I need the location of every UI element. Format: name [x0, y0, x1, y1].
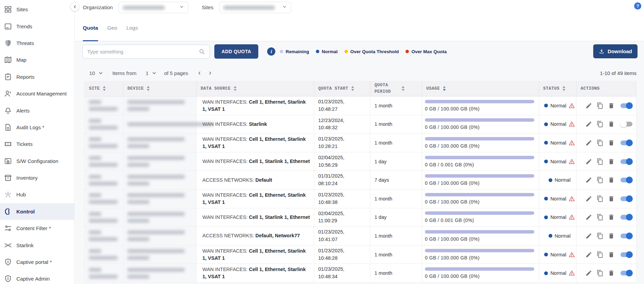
sort-arrows-icon[interactable] — [402, 86, 404, 91]
warning-triangle-icon[interactable] — [569, 270, 575, 276]
warning-triangle-icon[interactable] — [569, 252, 575, 258]
delete-button[interactable] — [608, 270, 615, 276]
warning-triangle-icon[interactable] — [569, 140, 575, 146]
edit-button[interactable] — [585, 233, 592, 239]
sidebar-item-inventory[interactable]: Inventory — [0, 169, 74, 186]
sidebar-item-content-filter[interactable]: Content Filter * — [0, 220, 74, 237]
duplicate-button[interactable] — [597, 121, 603, 128]
edit-button[interactable] — [585, 251, 592, 258]
column-header-usage[interactable]: USAGE — [422, 81, 539, 96]
duplicate-button[interactable] — [597, 139, 603, 146]
column-header-quota-start[interactable]: QUOTA START — [314, 81, 370, 96]
tab-geo[interactable]: Geo — [107, 15, 117, 41]
sort-arrows-icon[interactable] — [563, 86, 565, 91]
delete-button[interactable] — [608, 121, 615, 128]
column-header-status[interactable]: STATUS — [539, 81, 577, 96]
data-source-cell: WAN INTERFACES: Cell 1, Ethernet, Starli… — [197, 134, 314, 152]
edit-button[interactable] — [585, 214, 592, 221]
duplicate-button[interactable] — [597, 251, 603, 258]
column-header-site[interactable]: SITE — [85, 81, 123, 96]
sidebar-item-tickets[interactable]: Tickets — [0, 136, 74, 152]
enable-toggle[interactable] — [620, 271, 632, 275]
sidebar-item-label: Trends — [16, 24, 32, 29]
duplicate-button[interactable] — [597, 158, 603, 165]
column-header-device[interactable]: DEVICE — [123, 81, 197, 96]
warning-triangle-icon[interactable] — [569, 196, 575, 202]
delete-button[interactable] — [608, 139, 615, 146]
sidebar-item-audit-logs[interactable]: Audit Logs * — [0, 119, 74, 136]
enable-toggle[interactable] — [620, 159, 632, 164]
sidebar-collapse-button[interactable] — [70, 2, 79, 11]
sidebar-item-captive-portal[interactable]: Captive portal * — [0, 254, 74, 270]
delete-button[interactable] — [608, 158, 615, 165]
edit-button[interactable] — [585, 177, 592, 183]
duplicate-button[interactable] — [597, 102, 603, 109]
enable-toggle[interactable] — [620, 103, 632, 108]
site-cell — [85, 171, 123, 189]
duplicate-button[interactable] — [597, 214, 603, 221]
column-header-data-source[interactable]: DATA SOURCE — [197, 81, 314, 96]
column-header-quota-period[interactable]: QUOTA PERIOD — [370, 81, 422, 96]
edit-button[interactable] — [585, 102, 592, 109]
enable-toggle[interactable] — [620, 215, 632, 220]
edit-button[interactable] — [585, 195, 592, 202]
help-button[interactable]: ? — [634, 2, 641, 10]
duplicate-button[interactable] — [597, 270, 603, 276]
enable-toggle[interactable] — [620, 234, 632, 238]
delete-button[interactable] — [608, 233, 615, 239]
organization-select[interactable] — [119, 2, 188, 13]
sort-arrows-icon[interactable] — [351, 86, 354, 91]
duplicate-button[interactable] — [597, 177, 603, 183]
enable-toggle[interactable] — [620, 122, 632, 126]
download-button[interactable]: Download — [593, 44, 638, 58]
delete-button[interactable] — [608, 214, 615, 221]
sidebar-item-alerts[interactable]: Alerts — [0, 102, 74, 119]
delete-button[interactable] — [608, 251, 615, 258]
sites-select[interactable] — [219, 2, 291, 13]
sort-arrows-icon[interactable] — [147, 86, 150, 91]
enable-toggle[interactable] — [620, 178, 632, 182]
info-icon[interactable]: i — [267, 47, 275, 56]
edit-button[interactable] — [585, 121, 592, 128]
previous-page-button[interactable] — [197, 71, 202, 76]
add-quota-button[interactable]: ADD QUOTA — [214, 44, 258, 59]
sort-arrows-icon[interactable] — [443, 86, 446, 91]
sidebar-item-reports[interactable]: Reports — [0, 69, 74, 85]
sidebar-item-s-w-configuration[interactable]: S/W Configuration — [0, 153, 74, 169]
duplicate-button[interactable] — [597, 195, 603, 202]
duplicate-button[interactable] — [597, 233, 603, 239]
page-number-chevron-icon[interactable] — [152, 71, 157, 76]
sidebar-item-captive-admin[interactable]: Captive Admin — [0, 270, 74, 284]
page-size-chevron-icon[interactable] — [98, 71, 103, 76]
enable-toggle[interactable] — [620, 252, 632, 257]
edit-button[interactable] — [585, 270, 592, 276]
edit-button[interactable] — [585, 158, 592, 165]
sidebar-item-trends[interactable]: Trends — [0, 18, 74, 34]
next-page-button[interactable] — [208, 71, 213, 76]
warning-triangle-icon[interactable] — [569, 214, 575, 220]
page-number-value[interactable]: 1 — [146, 70, 149, 76]
sidebar-item-kontrol[interactable]: Kontrol — [0, 203, 74, 220]
warning-triangle-icon[interactable] — [569, 103, 575, 109]
delete-button[interactable] — [608, 195, 615, 202]
enable-toggle[interactable] — [620, 140, 632, 145]
warning-triangle-icon[interactable] — [569, 159, 575, 165]
delete-button[interactable] — [608, 102, 615, 109]
status-dot-icon — [544, 160, 548, 163]
sort-arrows-icon[interactable] — [234, 86, 236, 91]
sidebar-item-starlink[interactable]: Starlink — [0, 237, 74, 253]
tab-logs[interactable]: Logs — [126, 15, 138, 41]
sidebar-item-account-management[interactable]: Account Management — [0, 85, 74, 102]
sidebar-item-hub[interactable]: Hub — [0, 186, 74, 203]
search-input[interactable] — [87, 49, 199, 55]
warning-triangle-icon[interactable] — [569, 121, 575, 127]
tab-quota[interactable]: Quota — [83, 15, 98, 41]
delete-button[interactable] — [608, 177, 615, 183]
sidebar-item-map[interactable]: Map — [0, 51, 74, 68]
sidebar-item-threats[interactable]: Threats — [0, 35, 74, 51]
enable-toggle[interactable] — [620, 196, 632, 201]
page-size-value[interactable]: 10 — [89, 70, 95, 76]
edit-button[interactable] — [585, 139, 592, 146]
sort-arrows-icon[interactable] — [103, 86, 106, 91]
sidebar-item-sites[interactable]: Sites — [0, 1, 74, 18]
